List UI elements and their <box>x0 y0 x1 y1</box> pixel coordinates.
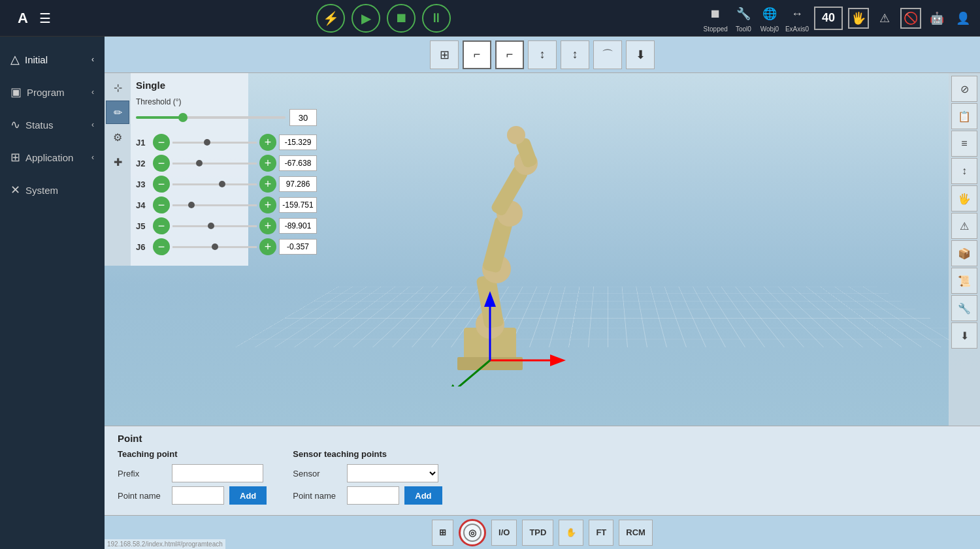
speed-display: 40 <box>814 7 843 30</box>
j1-minus-btn[interactable]: − <box>153 134 170 151</box>
j1-label: J1 <box>136 138 150 148</box>
j5-minus-btn[interactable]: − <box>153 217 170 234</box>
bottom-grid-btn[interactable]: ⊞ <box>432 520 453 546</box>
threshold-row: Threshold (°) 30 <box>136 97 317 126</box>
app-logo: A <box>7 10 39 27</box>
rcm-btn[interactable]: RCM <box>619 520 653 546</box>
sensor-point-row: Point name Add <box>293 486 442 505</box>
teaching-title: Teaching point <box>118 449 267 459</box>
j2-minus-btn[interactable]: − <box>153 155 170 172</box>
io-btn[interactable]: I/O <box>491 520 517 546</box>
add-point-btn[interactable]: Add <box>229 486 267 505</box>
playback-controls: ⚡ ▶ ⏹ ⏸ <box>64 4 704 33</box>
right-strip-btn-2[interactable]: 📋 <box>951 103 977 129</box>
ft-btn[interactable]: FT <box>589 520 613 546</box>
bottom-panel-title: Point <box>118 433 967 444</box>
threshold-slider[interactable] <box>136 116 286 119</box>
sidebar-item-initial[interactable]: △ Initial ‹ <box>0 43 105 76</box>
sidebar-item-application[interactable]: ⊞ Application ‹ <box>0 141 105 174</box>
sec-corner-btn[interactable]: ⌐ <box>463 40 491 69</box>
j3-slider[interactable] <box>172 183 257 185</box>
j3-plus-btn[interactable]: + <box>259 176 276 193</box>
stopped-icon: ⏹ <box>705 3 726 24</box>
sensor-row: Sensor <box>293 464 442 482</box>
sec-corner2-btn[interactable]: ⌐ <box>495 40 524 69</box>
warning-btn[interactable]: ⚠ <box>874 8 895 29</box>
right-strip-btn-5[interactable]: 🖐 <box>951 185 977 212</box>
right-panel-strip: ⊘ 📋 ≡ ↕ 🖐 ⚠ 📦 📜 🔧 ⬇ <box>949 73 980 426</box>
j2-plus-btn[interactable]: + <box>259 155 276 172</box>
exaxis0-btn[interactable]: ↔ ExAxis0 <box>785 3 809 33</box>
application-icon: ⊞ <box>10 150 20 165</box>
sidebar-item-status[interactable]: ∿ Status ‹ <box>0 108 105 141</box>
sensor-select[interactable] <box>347 464 438 482</box>
play-btn[interactable]: ▶ <box>351 4 380 33</box>
robot-icon: 🤖 <box>926 8 947 29</box>
j2-label: J2 <box>136 159 150 168</box>
sensor-point-input[interactable] <box>347 486 399 505</box>
hand-btn[interactable]: 🖐 <box>848 8 869 29</box>
sec-download-btn[interactable]: ⬇ <box>626 40 655 69</box>
user-btn[interactable]: 👤 <box>953 8 973 29</box>
waypoint-panel-btn[interactable]: ⊹ <box>106 76 129 99</box>
pen-panel-btn[interactable]: ✏ <box>106 101 129 124</box>
right-strip-btn-6[interactable]: ⚠ <box>951 213 977 239</box>
no-gesture-btn[interactable]: 🚫 <box>900 8 921 29</box>
j5-plus-btn[interactable]: + <box>259 217 276 234</box>
tool0-btn[interactable]: 🔧 Tool0 <box>733 3 754 33</box>
hand-toolbar-btn[interactable]: ✋ <box>559 520 583 546</box>
sidebar-item-program[interactable]: ▣ Program ‹ <box>0 76 105 108</box>
stop-btn[interactable]: ⏹ <box>387 4 416 33</box>
wobj-icon: 🌐 <box>759 3 780 24</box>
sidebar-item-system[interactable]: ✕ System <box>0 174 105 206</box>
sidebar-label-system: System <box>25 185 58 196</box>
teaching-section: Teaching point Prefix Point name Add <box>118 449 267 509</box>
main-area: △ Initial ‹ ▣ Program ‹ ∿ Status ‹ ⊞ App… <box>0 37 980 549</box>
tpd-btn[interactable]: TPD <box>522 520 553 546</box>
j6-value: -0.357 <box>279 239 317 255</box>
j5-slider[interactable] <box>172 225 257 227</box>
j1-plus-btn[interactable]: + <box>259 134 276 151</box>
user-icon: 👤 <box>953 8 973 29</box>
add-sensor-btn[interactable]: Add <box>404 486 442 505</box>
stopped-btn[interactable]: ⏹ Stopped <box>704 3 728 33</box>
prefix-input[interactable] <box>172 464 263 482</box>
point-name-label: Point name <box>118 491 167 501</box>
warning-icon: ⚠ <box>874 8 895 29</box>
right-strip-btn-10[interactable]: ⬇ <box>951 322 977 349</box>
right-strip-btn-9[interactable]: 🔧 <box>951 295 977 321</box>
j4-plus-btn[interactable]: + <box>259 196 276 213</box>
single-panel-title: Single <box>136 80 317 91</box>
right-strip-btn-3[interactable]: ≡ <box>951 131 977 157</box>
robot-btn[interactable]: 🤖 <box>926 8 947 29</box>
j1-slider[interactable] <box>172 142 257 144</box>
j4-minus-btn[interactable]: − <box>153 196 170 213</box>
sec-move2-btn[interactable]: ↕ <box>561 40 589 69</box>
cross-panel-btn[interactable]: ✚ <box>106 150 129 174</box>
sec-move-btn[interactable]: ↕ <box>528 40 557 69</box>
joint-row-j1: J1 − + -15.329 <box>136 134 317 151</box>
menu-icon[interactable]: ☰ <box>39 10 51 26</box>
sensor-label: Sensor <box>293 469 342 478</box>
threshold-label: Threshold (°) <box>136 97 317 106</box>
point-name-input[interactable] <box>172 486 224 505</box>
j6-plus-btn[interactable]: + <box>259 238 276 255</box>
j2-slider[interactable] <box>172 163 257 165</box>
pause-btn[interactable]: ⏸ <box>422 4 451 33</box>
bottom-target-btn[interactable]: ◎ <box>459 519 486 546</box>
wobj0-btn[interactable]: 🌐 Wobj0 <box>759 3 780 33</box>
gear-panel-btn[interactable]: ⚙ <box>106 125 129 149</box>
right-strip-btn-1[interactable]: ⊘ <box>951 76 977 102</box>
j6-minus-btn[interactable]: − <box>153 238 170 255</box>
j3-minus-btn[interactable]: − <box>153 176 170 193</box>
j4-slider[interactable] <box>172 204 257 206</box>
sensor-point-label: Point name <box>293 491 342 501</box>
left-panel: ⊹ ✏ ⚙ ✚ Single Threshold (°) 30 <box>105 73 248 266</box>
sec-grid-btn[interactable]: ⊞ <box>430 40 459 69</box>
sec-curve-btn[interactable]: ⌒ <box>593 40 622 69</box>
right-strip-btn-4[interactable]: ↕ <box>951 158 977 184</box>
right-strip-btn-7[interactable]: 📦 <box>951 240 977 266</box>
lightning-btn[interactable]: ⚡ <box>316 4 345 33</box>
j6-slider[interactable] <box>172 246 257 248</box>
right-strip-btn-8[interactable]: 📜 <box>951 268 977 294</box>
